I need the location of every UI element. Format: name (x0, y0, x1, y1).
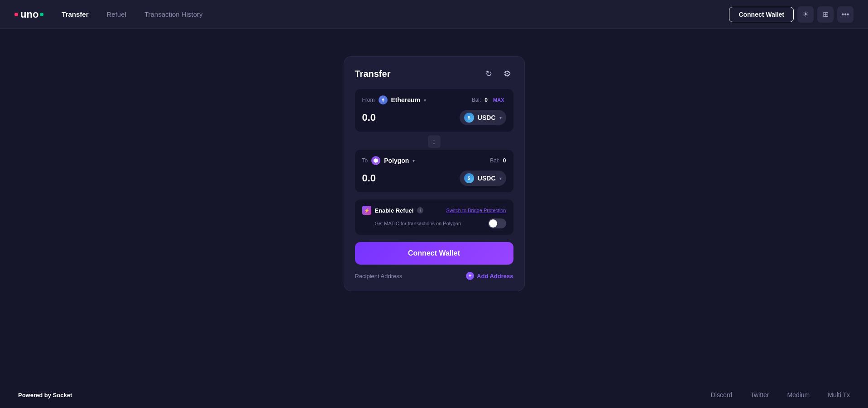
recipient-row: Recipient Address + Add Address (355, 272, 513, 280)
refuel-icon: ⚡ (362, 206, 371, 215)
refresh-button[interactable]: ↻ (483, 67, 495, 80)
to-chain-selector[interactable]: Polygon ▾ (371, 156, 415, 165)
to-balance-label: Bal: (490, 157, 499, 164)
svg-marker-0 (374, 158, 378, 163)
swap-divider: ↕ (355, 133, 513, 150)
from-chain-selector[interactable]: Ethereum ▾ (379, 95, 427, 104)
nav-transfer[interactable]: Transfer (62, 10, 88, 18)
footer-twitter-link[interactable]: Twitter (750, 391, 769, 399)
refuel-title: Enable Refuel (375, 207, 414, 214)
usdc-from-icon: $ (464, 113, 474, 123)
logo-icon: uno (14, 9, 43, 20)
swap-arrows-icon: ↕ (432, 138, 436, 145)
ethereum-icon (379, 95, 388, 104)
footer-multi-tx-link[interactable]: Multi Tx (828, 391, 850, 399)
refuel-section: ⚡ Enable Refuel i Switch to Bridge Prote… (355, 199, 513, 235)
toggle-track (488, 218, 506, 228)
bridge-protection-link[interactable]: Switch to Bridge Protection (446, 208, 506, 213)
footer-links: Discord Twitter Medium Multi Tx (711, 391, 850, 399)
to-chain-chevron-icon: ▾ (412, 158, 415, 163)
to-amount-row: $ USDC ▾ (362, 171, 506, 186)
info-icon[interactable]: i (417, 207, 423, 213)
from-amount-row: $ USDC ▾ (362, 110, 506, 125)
refuel-bottom: Get MATIC for transactions on Polygon (362, 218, 506, 228)
from-balance-info: Bal: 0 MAX (472, 96, 506, 104)
main-content: Transfer ↻ ⚙ From (0, 29, 868, 318)
from-amount-input[interactable] (362, 112, 435, 123)
footer-discord-link[interactable]: Discord (711, 391, 732, 399)
footer-medium-link[interactable]: Medium (787, 391, 810, 399)
from-balance-label: Bal: (472, 97, 481, 103)
layout-icon: ⊞ (823, 10, 829, 19)
header-connect-wallet-button[interactable]: Connect Wallet (729, 7, 794, 22)
theme-toggle-button[interactable]: ☀ (797, 6, 814, 23)
refuel-toggle[interactable] (488, 218, 506, 228)
ellipsis-icon: ••• (842, 10, 849, 19)
to-token-name: USDC (478, 175, 496, 182)
from-label: From (362, 97, 375, 103)
logo-dot-green (40, 13, 43, 16)
from-balance-value: 0 (484, 97, 488, 103)
plus-icon: + (466, 272, 474, 280)
nav-refuel[interactable]: Refuel (107, 10, 126, 18)
max-button[interactable]: MAX (491, 96, 506, 104)
transfer-card: Transfer ↻ ⚙ From (344, 56, 525, 291)
to-balance-value: 0 (503, 157, 506, 164)
toggle-thumb (489, 219, 497, 228)
to-balance-info: Bal: 0 (490, 157, 506, 164)
refuel-header: ⚡ Enable Refuel i Switch to Bridge Prote… (362, 206, 506, 215)
connect-wallet-button[interactable]: Connect Wallet (355, 242, 513, 265)
settings-button[interactable]: ⚙ (501, 67, 513, 80)
main-nav: Transfer Refuel Transaction History (62, 10, 729, 18)
refuel-description: Get MATIC for transactions on Polygon (375, 221, 461, 226)
add-address-label: Add Address (477, 273, 513, 280)
to-chain-name: Polygon (384, 157, 409, 164)
from-chain-name: Ethereum (391, 96, 421, 104)
card-actions: ↻ ⚙ (483, 67, 513, 80)
to-label: To (362, 157, 368, 164)
powered-by: Powered by Socket (18, 391, 72, 399)
card-title: Transfer (355, 69, 391, 79)
refresh-icon: ↻ (485, 69, 492, 79)
refuel-right: Switch to Bridge Protection (446, 208, 506, 213)
layout-button[interactable]: ⊞ (817, 6, 834, 23)
footer: Powered by Socket Discord Twitter Medium… (0, 382, 868, 408)
card-header: Transfer ↻ ⚙ (355, 67, 513, 80)
from-chain-chevron-icon: ▾ (424, 98, 426, 103)
from-header: From Ethereum ▾ Bal: 0 (362, 95, 506, 104)
powered-by-text: Powered by Socket (18, 392, 72, 399)
sun-icon: ☀ (802, 10, 809, 19)
from-token-chevron-icon: ▾ (499, 115, 502, 120)
usdc-to-icon: $ (464, 173, 474, 183)
swap-button[interactable]: ↕ (427, 134, 441, 149)
logo: uno (14, 9, 43, 20)
polygon-icon (371, 156, 380, 165)
to-token-chevron-icon: ▾ (499, 176, 502, 181)
from-token-selector[interactable]: $ USDC ▾ (460, 110, 506, 125)
from-token-name: USDC (478, 114, 496, 121)
to-header: To Polygon ▾ Bal: 0 (362, 156, 506, 165)
gear-icon: ⚙ (504, 69, 511, 79)
more-options-button[interactable]: ••• (837, 6, 854, 23)
to-section: To Polygon ▾ Bal: 0 (355, 150, 513, 192)
logo-dot-pink (14, 13, 18, 16)
header: uno Transfer Refuel Transaction History … (0, 0, 868, 29)
to-amount-input[interactable] (362, 172, 435, 184)
recipient-label: Recipient Address (355, 273, 403, 280)
header-actions: Connect Wallet ☀ ⊞ ••• (729, 6, 854, 23)
to-token-selector[interactable]: $ USDC ▾ (460, 171, 506, 186)
from-section: From Ethereum ▾ Bal: 0 (355, 89, 513, 132)
add-address-button[interactable]: + Add Address (466, 272, 513, 280)
refuel-left: ⚡ Enable Refuel i (362, 206, 424, 215)
logo-text: uno (20, 9, 38, 20)
nav-transaction-history[interactable]: Transaction History (144, 10, 203, 18)
